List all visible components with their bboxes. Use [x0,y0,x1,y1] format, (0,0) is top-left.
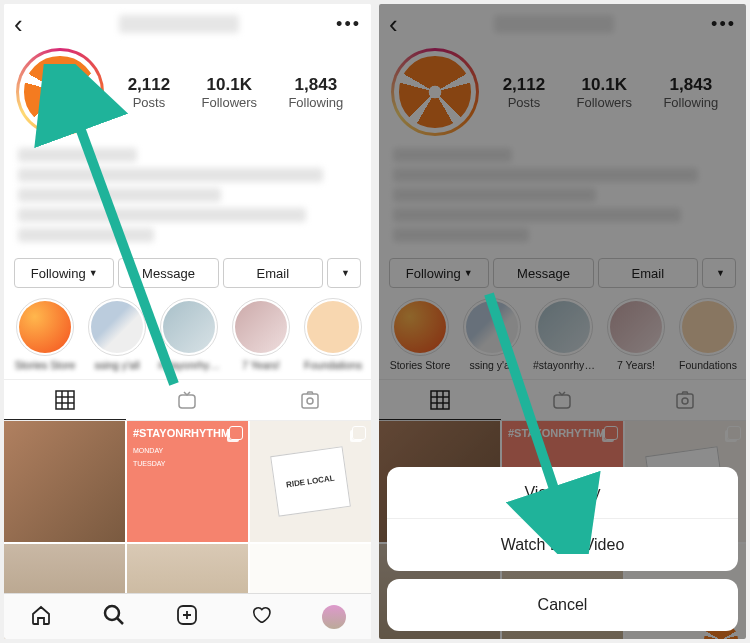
svg-point-7 [307,398,313,404]
stat-followers[interactable]: 10.1K Followers [201,75,257,110]
nav-add-icon[interactable] [175,603,199,631]
svg-point-8 [105,606,119,620]
chevron-down-icon: ▼ [341,268,350,278]
svg-rect-19 [554,395,570,408]
svg-rect-0 [56,391,74,409]
username-redacted [494,15,614,33]
highlight-item[interactable]: ssing y'all [86,298,148,371]
following-button[interactable]: Following▼ [14,258,114,288]
tab-grid[interactable] [379,380,501,420]
top-bar: ‹ ••• [4,4,371,44]
highlight-item[interactable]: #stayonrhythm [158,298,220,371]
profile-screen-right: ‹ ••• 2,112Posts 10.1KFollowers 1,843Fol… [379,4,746,639]
stat-posts[interactable]: 2,112 Posts [128,75,171,110]
highlight-item[interactable]: Foundations [677,298,739,371]
profile-stats: 2,112 Posts 10.1K Followers 1,843 Follow… [112,75,359,110]
action-sheet: View Story Watch Live Video Cancel [387,467,738,631]
highlight-item[interactable]: Stories Store [14,298,76,371]
sheet-watch-live[interactable]: Watch Live Video [387,519,738,571]
message-button[interactable]: Message [493,258,593,288]
following-button[interactable]: Following▼ [389,258,489,288]
highlight-item[interactable]: ssing y'all [461,298,523,371]
tab-igtv[interactable] [501,380,623,420]
svg-rect-6 [302,394,318,408]
email-button[interactable]: Email [598,258,698,288]
svg-line-9 [117,618,123,624]
suggested-button[interactable]: ▼ [327,258,361,288]
tab-tagged[interactable] [624,380,746,420]
highlight-item[interactable]: #stayonrhythm [533,298,595,371]
nav-home-icon[interactable] [29,603,53,631]
tab-igtv[interactable] [126,380,248,420]
bio-redacted [4,142,371,258]
highlight-item[interactable]: Foundations [302,298,364,371]
more-icon[interactable]: ••• [711,14,736,35]
tab-tagged[interactable] [249,380,371,420]
profile-avatar[interactable] [16,48,104,136]
bottom-nav [4,593,371,639]
svg-rect-5 [179,395,195,408]
sheet-cancel[interactable]: Cancel [387,579,738,631]
profile-screen-left: ‹ ••• 2,112 Posts 10.1K Followers [4,4,371,639]
highlight-item[interactable]: 7 Years! [605,298,667,371]
nav-activity-icon[interactable] [249,603,273,631]
nav-search-icon[interactable] [102,603,126,631]
email-button[interactable]: Email [223,258,323,288]
svg-point-21 [682,398,688,404]
story-highlights: Stories Store ssing y'all #stayonrhythm … [4,298,371,379]
tab-grid[interactable] [4,380,126,420]
back-icon[interactable]: ‹ [389,9,398,40]
swirl-logo-icon [22,54,97,129]
post-thumbnail[interactable]: #STAYONRHYTHM MONDAY TUESDAY [127,421,248,542]
sheet-view-story[interactable]: View Story [387,467,738,519]
stat-following[interactable]: 1,843 Following [288,75,343,110]
post-thumbnail[interactable]: RIDE LOCAL [250,421,371,542]
more-icon[interactable]: ••• [336,14,361,35]
username-redacted [119,15,239,33]
back-icon[interactable]: ‹ [14,9,23,40]
svg-rect-20 [677,394,693,408]
post-thumbnail[interactable] [4,421,125,542]
message-button[interactable]: Message [118,258,218,288]
svg-rect-14 [431,391,449,409]
suggested-button[interactable]: ▼ [702,258,736,288]
highlight-item[interactable]: Stories Store [389,298,451,371]
highlight-item[interactable]: 7 Years! [230,298,292,371]
carousel-icon [229,426,243,440]
profile-avatar[interactable] [391,48,479,136]
carousel-icon [352,426,366,440]
chevron-down-icon: ▼ [89,268,98,278]
nav-profile-icon[interactable] [322,605,346,629]
